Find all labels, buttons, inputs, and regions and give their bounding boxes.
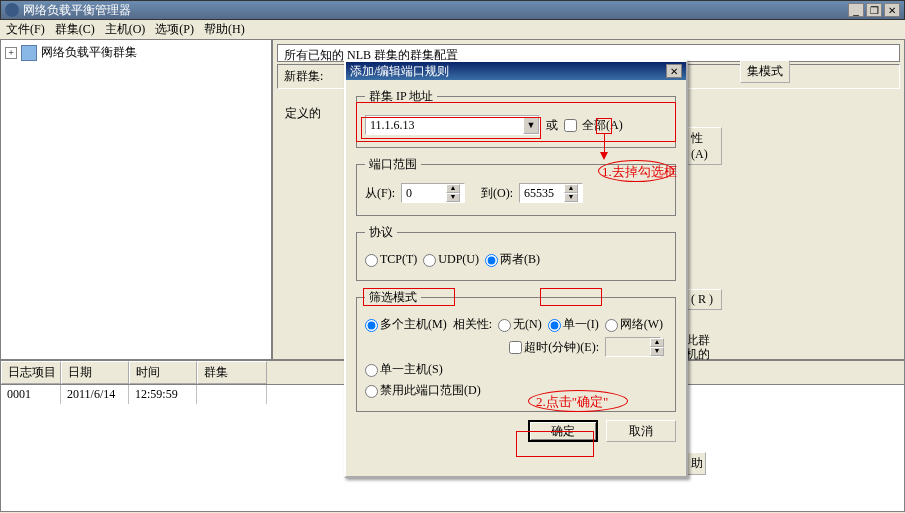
cancel-button[interactable]: 取消	[606, 420, 676, 442]
spin-up-icon[interactable]: ▲	[564, 184, 578, 193]
to-spinner[interactable]: ▲▼	[519, 183, 583, 203]
spin-down-icon[interactable]: ▼	[564, 193, 578, 202]
proto-group: 协议 TCP(T) UDP(U) 两者(B)	[356, 224, 676, 281]
timeout-checkbox-wrap[interactable]: 超时(分钟)(E):	[509, 339, 599, 356]
tree-root[interactable]: + 网络负载平衡群集	[5, 44, 267, 61]
menu-bar: 文件(F) 群集(C) 主机(O) 选项(P) 帮助(H)	[0, 20, 905, 40]
dialog-close-button[interactable]: ✕	[666, 64, 682, 78]
expand-icon[interactable]: +	[5, 47, 17, 59]
dialog-title: 添加/编辑端口规则	[350, 63, 666, 80]
radio-multi-wrap[interactable]: 多个主机(M)	[365, 316, 447, 333]
menu-file[interactable]: 文件(F)	[6, 21, 45, 38]
cluster-ip-input[interactable]	[366, 118, 523, 133]
radio-tcp-wrap[interactable]: TCP(T)	[365, 252, 417, 267]
radio-multi[interactable]	[365, 319, 378, 332]
radio-udp[interactable]	[423, 254, 436, 267]
window-titlebar: 网络负载平衡管理器 _ ❐ ✕	[0, 0, 905, 20]
menu-options[interactable]: 选项(P)	[155, 21, 194, 38]
cluster-ip-combo[interactable]: ▼	[365, 115, 540, 135]
affinity-label: 相关性:	[453, 316, 492, 333]
bg-help-button[interactable]: 助	[686, 452, 706, 475]
log-cell-cluster	[197, 385, 267, 404]
all-checkbox[interactable]	[564, 119, 577, 132]
radio-both[interactable]	[485, 254, 498, 267]
from-label: 从(F):	[365, 185, 395, 202]
radio-single[interactable]	[365, 364, 378, 377]
annotation-2: 2.点击"确定"	[536, 393, 608, 411]
log-col-date[interactable]: 日期	[61, 361, 129, 384]
close-button[interactable]: ✕	[884, 3, 900, 17]
restore-button[interactable]: ❐	[866, 3, 882, 17]
radio-aff-single[interactable]	[548, 319, 561, 332]
bg-host: 机的	[686, 346, 710, 363]
radio-tcp[interactable]	[365, 254, 378, 267]
range-group-label: 端口范围	[365, 156, 421, 173]
radio-aff-none[interactable]	[498, 319, 511, 332]
cluster-icon	[21, 45, 37, 61]
radio-disable[interactable]	[365, 385, 378, 398]
to-label: 到(O):	[481, 185, 513, 202]
bg-refresh-button[interactable]: ( R )	[686, 289, 722, 310]
radio-both-wrap[interactable]: 两者(B)	[485, 251, 540, 268]
spin-down-icon[interactable]: ▼	[446, 193, 460, 202]
ok-button[interactable]: 确定	[528, 420, 598, 442]
bg-props-button[interactable]: 性(A)	[686, 127, 722, 165]
to-input[interactable]	[520, 186, 564, 201]
radio-aff-network[interactable]	[605, 319, 618, 332]
tree-pane: + 网络负载平衡群集	[1, 40, 273, 359]
ip-group: 群集 IP 地址 ▼ 或 全部(A)	[356, 88, 676, 148]
log-cell-time: 12:59:59	[129, 385, 197, 404]
chevron-down-icon[interactable]: ▼	[523, 116, 539, 134]
log-cell-date: 2011/6/14	[61, 385, 129, 404]
from-input[interactable]	[402, 186, 446, 201]
port-rule-dialog: 添加/编辑端口规则 ✕ 群集 IP 地址 ▼ 或 全部(A) 端口范围 从(F)…	[344, 60, 688, 478]
log-col-item[interactable]: 日志项目	[1, 361, 61, 384]
spin-up-icon: ▲	[650, 338, 664, 347]
radio-aff-single-wrap[interactable]: 单一(I)	[548, 316, 599, 333]
radio-aff-none-wrap[interactable]: 无(N)	[498, 316, 542, 333]
proto-group-label: 协议	[365, 224, 397, 241]
log-col-cluster[interactable]: 群集	[197, 361, 267, 384]
timeout-checkbox[interactable]	[509, 341, 522, 354]
window-title: 网络负载平衡管理器	[23, 2, 848, 19]
radio-aff-network-wrap[interactable]: 网络(W)	[605, 316, 663, 333]
timeout-spinner: ▲▼	[605, 337, 661, 357]
ip-group-label: 群集 IP 地址	[365, 88, 437, 105]
app-icon	[5, 3, 19, 17]
filter-group-label: 筛选模式	[365, 289, 421, 306]
menu-cluster[interactable]: 群集(C)	[55, 21, 95, 38]
spin-up-icon[interactable]: ▲	[446, 184, 460, 193]
bg-define: 定义的	[285, 106, 321, 120]
bg-col-mode: 集模式	[740, 60, 790, 83]
sub-prefix: 新群集:	[284, 69, 323, 83]
from-spinner[interactable]: ▲▼	[401, 183, 465, 203]
spin-down-icon: ▼	[650, 347, 664, 356]
log-cell-item: 0001	[1, 385, 61, 404]
filter-group: 筛选模式 多个主机(M) 相关性: 无(N) 单一(I) 网络(W) 超时(分钟…	[356, 289, 676, 412]
menu-host[interactable]: 主机(O)	[105, 21, 146, 38]
all-label: 全部(A)	[582, 118, 623, 132]
radio-single-wrap[interactable]: 单一主机(S)	[365, 361, 443, 378]
minimize-button[interactable]: _	[848, 3, 864, 17]
timeout-input	[606, 340, 650, 355]
or-label: 或	[546, 117, 558, 134]
menu-help[interactable]: 帮助(H)	[204, 21, 245, 38]
log-col-time[interactable]: 时间	[129, 361, 197, 384]
dialog-titlebar: 添加/编辑端口规则 ✕	[346, 62, 686, 80]
annotation-1: 1.去掉勾选框	[602, 163, 677, 181]
radio-disable-wrap[interactable]: 禁用此端口范围(D)	[365, 382, 481, 399]
all-checkbox-wrap[interactable]: 全部(A)	[564, 117, 623, 134]
tree-root-label: 网络负载平衡群集	[41, 44, 137, 61]
radio-udp-wrap[interactable]: UDP(U)	[423, 252, 479, 267]
